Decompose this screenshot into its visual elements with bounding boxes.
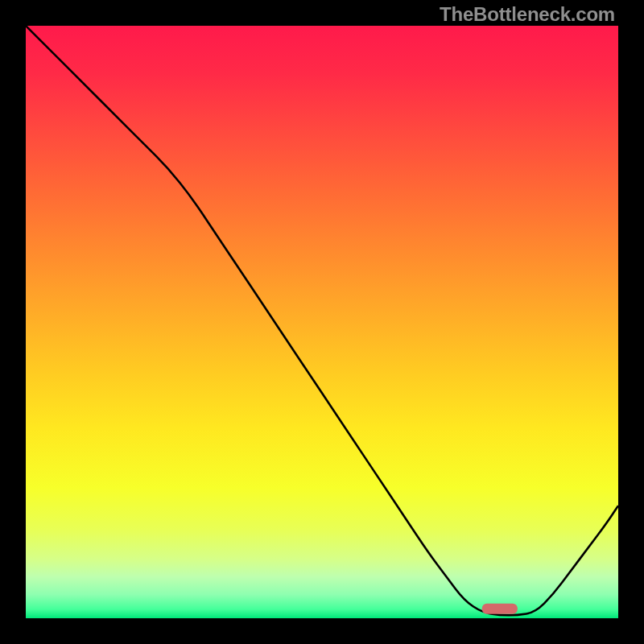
optimal-range-marker — [482, 604, 518, 614]
chart-svg — [26, 26, 618, 618]
chart-area — [26, 26, 618, 618]
